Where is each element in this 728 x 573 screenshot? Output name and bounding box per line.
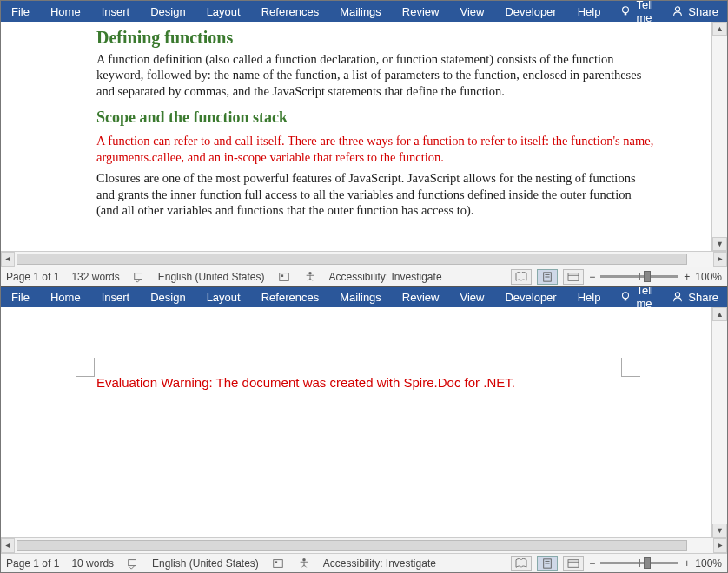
menu2-review[interactable]: Review <box>392 288 450 306</box>
menu2-references[interactable]: References <box>251 288 329 306</box>
vertical-scrollbar-2[interactable]: ▲ ▼ <box>711 307 727 537</box>
language-indicator-2[interactable]: English (United States) <box>152 557 259 570</box>
svg-point-0 <box>623 7 629 13</box>
tell-me[interactable]: Tell me <box>611 0 663 24</box>
bulb-icon <box>619 5 632 17</box>
menu-layout[interactable]: Layout <box>196 3 251 21</box>
tell-me-label: Tell me <box>636 0 654 24</box>
scroll-right-icon-2[interactable]: ► <box>713 538 727 553</box>
zoom-knob[interactable] <box>644 271 651 282</box>
accessibility-status-2[interactable]: Accessibility: Investigate <box>323 557 436 570</box>
print-layout-button-2[interactable] <box>537 556 558 571</box>
zoom-level[interactable]: 100% <box>695 271 722 283</box>
menu-view[interactable]: View <box>449 3 494 21</box>
menu2-design[interactable]: Design <box>140 288 195 306</box>
spellcheck-icon[interactable] <box>132 270 146 284</box>
web-layout-button-2[interactable] <box>563 556 584 571</box>
document-page[interactable]: Defining functions A function definition… <box>1 22 711 251</box>
scroll-left-icon[interactable]: ◄ <box>1 252 15 267</box>
page-indicator[interactable]: Page 1 of 1 <box>6 271 59 283</box>
zoom-slider-2[interactable] <box>600 562 678 564</box>
document-page-2[interactable]: Evaluation Warning: The document was cre… <box>1 307 711 537</box>
document-area: Defining functions A function definition… <box>1 22 727 251</box>
menu-developer[interactable]: Developer <box>494 3 566 21</box>
menu-bar-2: File Home Insert Design Layout Reference… <box>1 286 727 307</box>
menu-bar: File Home Insert Design Layout Reference… <box>1 1 727 22</box>
zoom-slider[interactable] <box>600 275 678 278</box>
menu2-home[interactable]: Home <box>40 288 91 306</box>
heading-scope: Scope and the function stack <box>96 108 654 128</box>
menu-mailings[interactable]: Mailings <box>329 3 392 21</box>
macro-icon-2[interactable] <box>271 557 285 570</box>
language-indicator[interactable]: English (United States) <box>158 271 265 283</box>
spellcheck-icon-2[interactable] <box>126 557 140 570</box>
menu-review[interactable]: Review <box>392 3 450 21</box>
share-label: Share <box>688 5 718 18</box>
menu2-mailings[interactable]: Mailings <box>329 288 392 306</box>
zoom-in-button-2[interactable]: + <box>684 557 690 570</box>
svg-rect-13 <box>625 299 627 301</box>
svg-rect-4 <box>279 273 288 280</box>
menu-help[interactable]: Help <box>567 3 612 21</box>
svg-rect-16 <box>274 559 283 567</box>
menu-insert[interactable]: Insert <box>91 3 141 21</box>
paragraph-1: A function definition (also called a fun… <box>96 51 654 100</box>
menu-references[interactable]: References <box>251 3 329 21</box>
svg-rect-3 <box>135 273 142 279</box>
scroll-down-icon-2[interactable]: ▼ <box>712 524 727 537</box>
share-button[interactable]: Share <box>663 5 727 18</box>
vertical-scrollbar[interactable]: ▲ ▼ <box>711 22 727 251</box>
svg-rect-22 <box>568 559 579 567</box>
scroll-track-2[interactable] <box>712 321 727 524</box>
person-icon-2 <box>672 291 684 303</box>
macro-icon[interactable] <box>277 270 291 284</box>
word-count-2[interactable]: 10 words <box>71 557 114 570</box>
menu-home[interactable]: Home <box>40 3 91 21</box>
svg-rect-10 <box>568 273 579 280</box>
scroll-up-icon[interactable]: ▲ <box>712 22 727 36</box>
share-label-2: Share <box>688 291 718 304</box>
tell-me-label-2: Tell me <box>636 284 654 310</box>
hscroll-track-2[interactable] <box>15 538 713 553</box>
accessibility-icon-2[interactable] <box>297 557 311 570</box>
hscroll-track[interactable] <box>15 252 713 267</box>
scroll-left-icon-2[interactable]: ◄ <box>1 538 15 553</box>
menu2-developer[interactable]: Developer <box>494 288 566 306</box>
scroll-right-icon[interactable]: ► <box>713 252 727 267</box>
accessibility-icon[interactable] <box>303 270 317 284</box>
svg-rect-15 <box>129 559 136 565</box>
horizontal-scrollbar-2[interactable]: ◄ ► <box>1 537 727 553</box>
read-mode-button-2[interactable] <box>511 556 532 571</box>
share-button-2[interactable]: Share <box>663 291 727 304</box>
horizontal-scrollbar[interactable]: ◄ ► <box>1 251 727 267</box>
menu2-file[interactable]: File <box>1 288 40 306</box>
paragraph-2: A function can refer to and call itself.… <box>96 133 654 165</box>
menu2-view[interactable]: View <box>449 288 494 306</box>
svg-point-18 <box>302 557 306 561</box>
svg-rect-1 <box>625 13 627 16</box>
read-mode-button[interactable] <box>511 269 532 285</box>
hscroll-thumb-2[interactable] <box>17 540 687 551</box>
tell-me-2[interactable]: Tell me <box>611 284 663 310</box>
scroll-up-icon-2[interactable]: ▲ <box>712 307 727 321</box>
menu-file[interactable]: File <box>1 3 40 21</box>
web-layout-button[interactable] <box>563 269 584 285</box>
word-count[interactable]: 132 words <box>71 271 119 283</box>
hscroll-thumb[interactable] <box>17 254 687 265</box>
accessibility-status[interactable]: Accessibility: Investigate <box>329 271 442 283</box>
menu2-layout[interactable]: Layout <box>196 288 251 306</box>
page-indicator-2[interactable]: Page 1 of 1 <box>6 557 59 570</box>
zoom-out-button-2[interactable]: − <box>589 557 595 570</box>
zoom-level-2[interactable]: 100% <box>695 557 722 570</box>
print-layout-button[interactable] <box>537 269 558 285</box>
menu2-help[interactable]: Help <box>567 288 612 306</box>
heading-defining: Defining functions <box>96 27 654 49</box>
zoom-out-button[interactable]: − <box>589 271 595 283</box>
svg-point-14 <box>676 293 680 297</box>
zoom-knob-2[interactable] <box>644 557 651 569</box>
menu2-insert[interactable]: Insert <box>91 288 141 306</box>
menu-design[interactable]: Design <box>140 3 195 21</box>
scroll-down-icon[interactable]: ▼ <box>712 237 727 251</box>
zoom-in-button[interactable]: + <box>684 271 690 283</box>
scroll-track[interactable] <box>712 36 727 237</box>
